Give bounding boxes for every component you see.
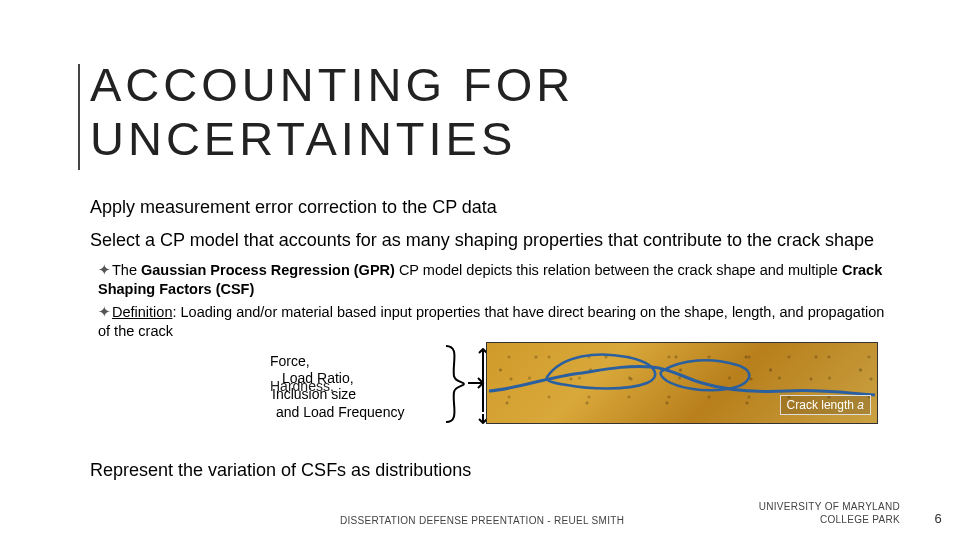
footer-campus: COLLEGE PARK	[820, 514, 900, 525]
star-icon: ✦	[98, 303, 112, 322]
crack-micrograph: Crack length a	[486, 342, 878, 424]
title-line-2: UNCERTAINTIES	[90, 112, 516, 165]
slide-body: Apply measurement error correction to th…	[90, 190, 890, 432]
slide-title: ACCOUNTING FOR UNCERTAINTIES	[90, 58, 574, 166]
crack-length-var: a	[857, 398, 864, 412]
title-left-rule	[78, 64, 80, 170]
csf-line-2: Load Ratio, Hardness, Inclusion size	[270, 371, 450, 389]
bullet1-pre: The	[112, 262, 141, 278]
right-brace-icon	[442, 344, 468, 424]
crack-label-text: Crack length	[787, 398, 858, 412]
bullet1-mid: CP model depicts this relation between t…	[395, 262, 842, 278]
bullet1-bold-gpr: Gaussian Process Regression (GPR)	[141, 262, 395, 278]
dimension-line	[482, 352, 484, 412]
definition-text: : Loading and/or material based input pr…	[98, 304, 884, 339]
csf-line-3: and Load Frequency	[276, 403, 450, 421]
right-arrow-icon	[468, 376, 488, 390]
csf-factor-list: Force, Load Ratio, Hardness, Inclusion s…	[270, 352, 450, 421]
crack-length-label: Crack length a	[780, 395, 871, 415]
bullet-definition: ✦Definition: Loading and/or material bas…	[98, 303, 890, 341]
paragraph-1: Apply measurement error correction to th…	[90, 196, 890, 219]
footer-left: DISSERTATION DEFENSE PREENTATION - REUEL…	[340, 515, 624, 526]
paragraph-3: Represent the variation of CSFs as distr…	[90, 460, 471, 481]
page-number: 6	[934, 511, 942, 526]
paragraph-2: Select a CP model that accounts for as m…	[90, 229, 890, 252]
star-icon: ✦	[98, 261, 112, 280]
csf-diagram-row: Force, Load Ratio, Hardness, Inclusion s…	[90, 346, 890, 432]
footer-university: UNIVERSITY OF MARYLAND	[759, 501, 900, 512]
bullet-gpr: ✦The Gaussian Process Regression (GPR) C…	[98, 261, 890, 299]
footer-right: UNIVERSITY OF MARYLAND COLLEGE PARK	[759, 501, 900, 526]
definition-label: Definition	[112, 304, 172, 320]
title-line-1: ACCOUNTING FOR	[90, 58, 574, 111]
